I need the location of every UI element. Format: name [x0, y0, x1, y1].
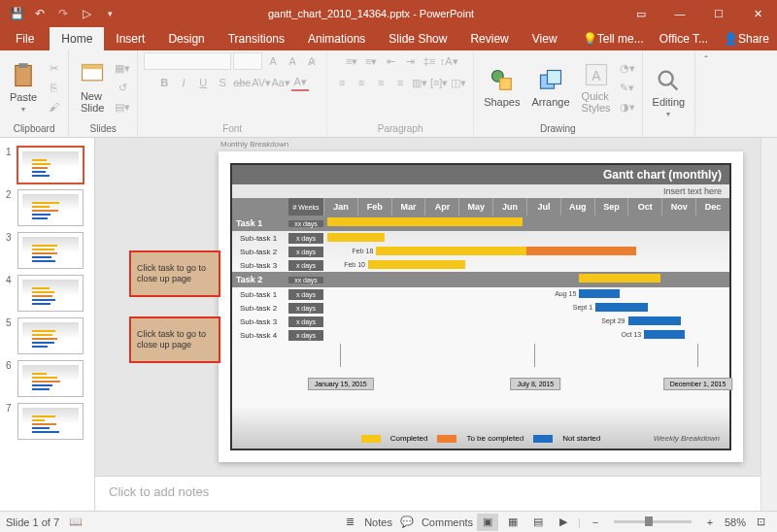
font-color-icon[interactable]: A▾ — [291, 74, 309, 91]
zoom-percent[interactable]: 58% — [725, 516, 746, 528]
text-direction-icon[interactable]: ↕A▾ — [440, 52, 457, 70]
quick-styles-button[interactable]: A Quick Styles — [578, 59, 615, 116]
zoom-slider[interactable] — [614, 520, 692, 523]
month-nov: Nov — [661, 198, 695, 216]
thumbnail-7[interactable]: 7 — [0, 400, 94, 443]
thumbnail-2[interactable]: 2 — [0, 186, 94, 229]
decrease-indent-icon[interactable]: ⇤ — [382, 52, 399, 70]
t2s4-name: Sub-task 4 — [232, 331, 288, 340]
italic-button[interactable]: I — [175, 74, 192, 91]
increase-indent-icon[interactable]: ⇥ — [401, 52, 419, 70]
strike-button[interactable]: abc — [233, 74, 251, 91]
task2-group[interactable]: Task 2 xx days — [232, 272, 729, 287]
zoom-out-button[interactable]: − — [585, 514, 606, 531]
slide-thumbnail-panel[interactable]: 1234567 — [0, 138, 95, 511]
numbering-icon[interactable]: ≡▾ — [362, 52, 380, 70]
tab-design[interactable]: Design — [156, 27, 216, 50]
shapes-button[interactable]: Shapes — [480, 65, 524, 110]
tab-review[interactable]: Review — [458, 27, 520, 50]
format-painter-icon[interactable]: 🖌 — [45, 98, 62, 116]
tell-me-search[interactable]: 💡 Tell me... — [575, 27, 652, 50]
normal-view-icon[interactable]: ▣ — [477, 514, 498, 531]
change-case-icon[interactable]: Aa▾ — [272, 74, 289, 91]
tab-home[interactable]: Home — [50, 27, 104, 50]
t2s3-days: x days — [288, 316, 323, 327]
tab-file[interactable]: File — [0, 27, 50, 50]
new-slide-button[interactable]: New Slide — [75, 59, 110, 116]
vertical-scrollbar[interactable] — [760, 138, 777, 511]
undo-icon[interactable]: ↶ — [29, 3, 51, 24]
notes-pane[interactable]: Click to add notes — [95, 476, 777, 511]
slide-canvas[interactable]: Monthly Breakdown Gantt chart (monthly) … — [219, 151, 743, 462]
slide-counter[interactable]: Slide 1 of 7 — [6, 516, 59, 528]
start-from-beginning-icon[interactable]: ▷ — [76, 3, 97, 24]
columns-icon[interactable]: ▥▾ — [411, 74, 428, 91]
thumbnail-6[interactable]: 6 — [0, 357, 94, 400]
minimize-button[interactable]: — — [660, 0, 699, 27]
smartart-icon[interactable]: ◫▾ — [450, 74, 467, 91]
office-link[interactable]: Office T... — [652, 27, 716, 50]
tab-insert[interactable]: Insert — [104, 27, 156, 50]
quick-access-toolbar: 💾 ↶ ↷ ▷ ▾ — [0, 3, 120, 24]
clear-format-icon[interactable]: A̷ — [303, 52, 321, 70]
task2-name: Task 2 — [232, 275, 288, 284]
weekly-breakdown-link[interactable]: Weekly Breakdown — [654, 434, 720, 443]
align-text-icon[interactable]: [≡]▾ — [430, 74, 448, 91]
close-button[interactable]: ✕ — [738, 0, 777, 27]
shape-effects-icon[interactable]: ◑▾ — [619, 98, 636, 116]
shrink-font-icon[interactable]: A — [284, 52, 301, 70]
tab-transitions[interactable]: Transitions — [217, 27, 296, 50]
align-center-icon[interactable]: ≡ — [353, 74, 370, 91]
save-icon[interactable]: 💾 — [6, 3, 27, 24]
slideshow-view-icon[interactable]: ▶ — [553, 514, 574, 531]
font-name-combo[interactable] — [144, 52, 231, 70]
t2s2-days: x days — [288, 303, 323, 314]
thumbnail-4[interactable]: 4 — [0, 272, 94, 315]
align-right-icon[interactable]: ≡ — [372, 74, 389, 91]
qat-customize-icon[interactable]: ▾ — [99, 3, 120, 24]
cut-icon[interactable]: ✂ — [45, 59, 62, 77]
justify-icon[interactable]: ≡ — [391, 74, 409, 91]
spellcheck-icon[interactable]: 📖 — [69, 515, 83, 528]
paste-button[interactable]: Paste ▾ — [6, 60, 41, 116]
bullets-icon[interactable]: ≡▾ — [343, 52, 360, 70]
reading-view-icon[interactable]: ▤ — [527, 514, 549, 531]
zoom-in-button[interactable]: + — [699, 514, 721, 531]
notes-label[interactable]: Notes — [364, 516, 392, 528]
grow-font-icon[interactable]: A — [264, 52, 282, 70]
shape-fill-icon[interactable]: ◔▾ — [619, 59, 636, 77]
fit-to-window-icon[interactable]: ⊡ — [750, 514, 771, 531]
shape-outline-icon[interactable]: ✎▾ — [619, 79, 636, 96]
editing-button[interactable]: Editing ▾ — [649, 65, 690, 120]
maximize-button[interactable]: ☐ — [699, 0, 738, 27]
align-left-icon[interactable]: ≡ — [333, 74, 351, 91]
shadow-button[interactable]: S — [214, 74, 231, 91]
thumbnail-3[interactable]: 3 — [0, 229, 94, 272]
section-icon[interactable]: ▤▾ — [114, 98, 131, 116]
thumbnail-5[interactable]: 5 — [0, 315, 94, 357]
redo-icon[interactable]: ↷ — [52, 3, 74, 24]
reset-icon[interactable]: ↺ — [114, 79, 131, 96]
share-button[interactable]: 👤 Share — [716, 27, 777, 50]
notes-button[interactable]: ≣ — [339, 514, 360, 531]
underline-button[interactable]: U — [194, 74, 212, 91]
font-size-combo[interactable] — [233, 52, 262, 70]
tab-animations[interactable]: Animations — [296, 27, 377, 50]
tab-view[interactable]: View — [521, 27, 569, 50]
comments-label[interactable]: Comments — [422, 516, 473, 528]
ribbon-options-icon[interactable]: ▭ — [622, 0, 660, 27]
layout-icon[interactable]: ▦▾ — [114, 59, 131, 77]
arrange-button[interactable]: Arrange — [527, 65, 573, 110]
tab-slideshow[interactable]: Slide Show — [377, 27, 458, 50]
char-spacing-icon[interactable]: AV▾ — [253, 74, 270, 91]
line-spacing-icon[interactable]: ‡≡ — [421, 52, 438, 70]
collapse-ribbon-icon[interactable]: ˆ — [695, 50, 717, 137]
slide-sorter-icon[interactable]: ▦ — [502, 514, 524, 531]
bold-button[interactable]: B — [155, 74, 173, 91]
task1-group[interactable]: Task 1 xx days — [232, 216, 729, 231]
group-editing: Editing ▾ — [643, 50, 696, 137]
thumbnail-1[interactable]: 1 — [0, 144, 94, 186]
copy-icon[interactable]: ⎘ — [45, 79, 62, 96]
comments-button[interactable]: 💬 — [396, 514, 418, 531]
callout-1: Click task to go to close up page — [129, 250, 220, 297]
